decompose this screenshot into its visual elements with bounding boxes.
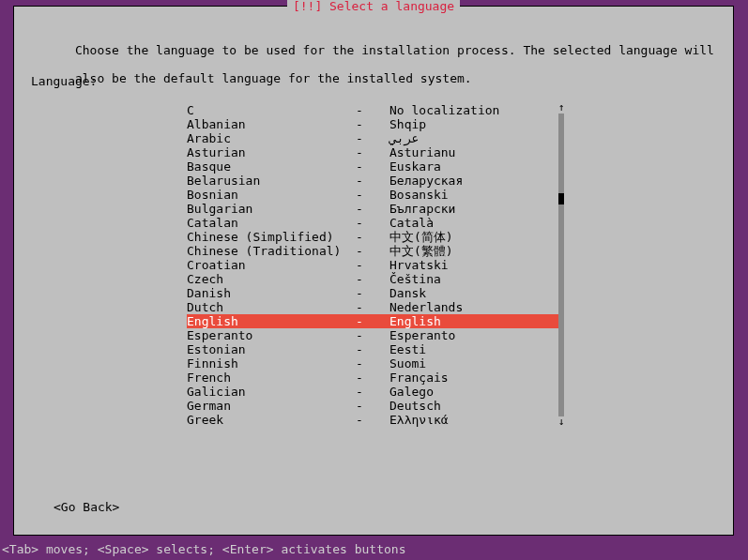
language-option[interactable]: Chinese (Simplified)- 中文(简体)	[187, 230, 562, 244]
scroll-thumb[interactable]	[558, 193, 564, 204]
separator: -	[356, 188, 389, 202]
dialog-title-wrap: [!!] Select a language	[14, 0, 733, 13]
language-name: Dutch	[187, 300, 356, 314]
language-name: Chinese (Simplified)	[187, 230, 356, 244]
language-name: Greek	[187, 413, 356, 427]
language-option[interactable]: Belarusian- Беларуская	[187, 174, 562, 188]
language-localized: Dansk	[389, 286, 562, 300]
language-name: Finnish	[187, 356, 356, 371]
scroll-down-icon[interactable]: ↓	[555, 416, 568, 428]
language-list[interactable]: C- No localizationAlbanian- ShqipArabic-…	[187, 103, 562, 427]
language-localized: Nederlands	[389, 300, 562, 314]
language-option[interactable]: Esperanto- Esperanto	[187, 328, 562, 342]
language-name: Chinese (Traditional)	[187, 244, 356, 258]
language-option[interactable]: Bulgarian- Български	[187, 202, 562, 216]
language-name: French	[187, 371, 356, 385]
language-localized: 中文(简体)	[389, 230, 562, 244]
language-localized: Български	[389, 202, 562, 216]
separator: -	[356, 230, 389, 244]
language-localized: Bosanski	[389, 188, 562, 202]
separator: -	[356, 356, 389, 371]
language-localized: Suomi	[389, 356, 562, 371]
language-name: Arabic	[187, 131, 356, 145]
language-option[interactable]: Arabic- عربي	[187, 131, 562, 145]
language-option[interactable]: C- No localization	[187, 103, 562, 117]
language-prompt: Language:	[31, 74, 97, 88]
language-localized: 中文(繁體)	[389, 244, 562, 258]
language-name: Asturian	[187, 145, 356, 159]
language-localized: Català	[389, 216, 562, 230]
separator: -	[356, 244, 389, 258]
separator: -	[356, 216, 389, 230]
language-option[interactable]: German- Deutsch	[187, 399, 562, 413]
language-localized: Eesti	[389, 342, 562, 356]
separator: -	[356, 272, 389, 286]
language-localized: عربي	[389, 131, 562, 145]
scrollbar[interactable]: ↑ ↓	[558, 103, 564, 427]
separator: -	[356, 202, 389, 216]
dialog-title: [!!] Select a language	[287, 0, 460, 13]
language-option[interactable]: Danish- Dansk	[187, 286, 562, 300]
scroll-up-icon[interactable]: ↑	[555, 102, 568, 114]
language-option[interactable]: Estonian- Eesti	[187, 342, 562, 356]
language-localized: Euskara	[389, 159, 562, 174]
separator: -	[356, 145, 389, 159]
language-option[interactable]: Finnish- Suomi	[187, 356, 562, 371]
language-option[interactable]: Greek- Ελληνικά	[187, 413, 562, 427]
language-option[interactable]: Basque- Euskara	[187, 159, 562, 174]
language-name: Belarusian	[187, 174, 356, 188]
language-localized: Esperanto	[389, 328, 562, 342]
language-name: English	[187, 314, 356, 328]
separator: -	[356, 371, 389, 385]
separator: -	[356, 159, 389, 174]
language-option[interactable]: Galician- Galego	[187, 385, 562, 399]
language-name: Estonian	[187, 342, 356, 356]
language-localized: Беларуская	[389, 174, 562, 188]
language-localized: Galego	[389, 385, 562, 399]
instructions-line2: also be the default language for the ins…	[75, 71, 472, 85]
language-localized: Ελληνικά	[389, 413, 562, 427]
language-name: Basque	[187, 159, 356, 174]
language-name: Bulgarian	[187, 202, 356, 216]
language-localized: Shqip	[389, 117, 562, 131]
dialog-instructions: Choose the language to be used for the i…	[31, 29, 718, 99]
language-option[interactable]: Bosnian- Bosanski	[187, 188, 562, 202]
instructions-line1: Choose the language to be used for the i…	[75, 43, 714, 57]
separator: -	[356, 399, 389, 413]
language-option[interactable]: Czech- Čeština	[187, 272, 562, 286]
language-option[interactable]: Dutch- Nederlands	[187, 300, 562, 314]
separator: -	[356, 131, 389, 145]
language-localized: Čeština	[389, 272, 562, 286]
language-dialog: [!!] Select a language Choose the langua…	[13, 6, 734, 536]
separator: -	[356, 413, 389, 427]
go-back-button[interactable]: <Go Back>	[53, 500, 119, 514]
language-name: Bosnian	[187, 188, 356, 202]
language-option[interactable]: English- English	[187, 314, 562, 328]
language-localized: Deutsch	[389, 399, 562, 413]
separator: -	[356, 174, 389, 188]
separator: -	[356, 342, 389, 356]
language-option[interactable]: Croatian- Hrvatski	[187, 258, 562, 272]
language-localized: English	[389, 314, 562, 328]
language-name: Galician	[187, 385, 356, 399]
language-name: Czech	[187, 272, 356, 286]
separator: -	[356, 300, 389, 314]
language-name: C	[187, 103, 356, 117]
separator: -	[356, 286, 389, 300]
language-localized: No localization	[389, 103, 562, 117]
language-name: Albanian	[187, 117, 356, 131]
language-option[interactable]: Catalan- Català	[187, 216, 562, 230]
separator: -	[356, 258, 389, 272]
language-localized: Hrvatski	[389, 258, 562, 272]
separator: -	[356, 314, 389, 328]
separator: -	[356, 117, 389, 131]
language-localized: Français	[389, 371, 562, 385]
language-option[interactable]: Asturian- Asturianu	[187, 145, 562, 159]
language-name: German	[187, 399, 356, 413]
language-name: Catalan	[187, 216, 356, 230]
language-option[interactable]: Albanian- Shqip	[187, 117, 562, 131]
language-option[interactable]: Chinese (Traditional)- 中文(繁體)	[187, 244, 562, 258]
separator: -	[356, 328, 389, 342]
language-name: Danish	[187, 286, 356, 300]
language-option[interactable]: French- Français	[187, 371, 562, 385]
